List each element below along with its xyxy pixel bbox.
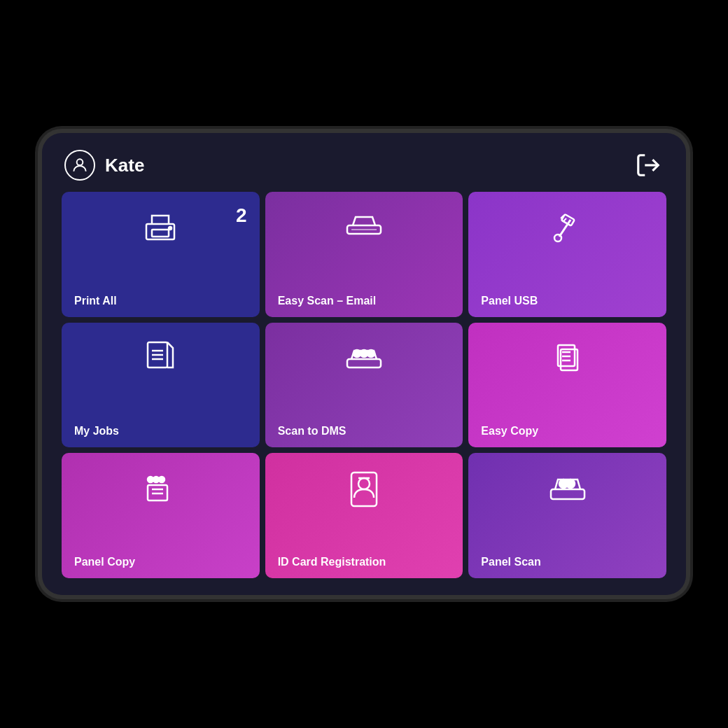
tile-id-card-registration[interactable]: ID Card Registration — [265, 453, 463, 578]
svg-point-9 — [554, 234, 561, 241]
easy-scan-label: Easy Scan – Email — [278, 295, 451, 307]
panel-usb-label: Panel USB — [481, 295, 654, 307]
printer-icon — [74, 204, 247, 249]
print-all-badge: 2 — [236, 204, 247, 227]
id-card-icon — [278, 465, 451, 510]
tile-panel-scan[interactable]: Panel Scan — [468, 453, 666, 578]
username-label: Kate — [105, 155, 144, 176]
user-avatar-icon — [64, 150, 95, 181]
svg-rect-19 — [347, 359, 381, 368]
tile-scan-to-dms[interactable]: Scan to DMS — [265, 323, 463, 448]
scanner-icon — [278, 204, 451, 249]
my-jobs-label: My Jobs — [74, 425, 247, 438]
tile-easy-scan-email[interactable]: Easy Scan – Email — [265, 192, 463, 317]
tile-easy-copy[interactable]: Easy Copy — [468, 323, 666, 448]
scan-dms-label: Scan to DMS — [278, 425, 451, 438]
panel-scan-icon — [481, 465, 654, 510]
document-icon — [74, 335, 247, 380]
svg-point-4 — [169, 227, 172, 230]
id-card-label: ID Card Registration — [278, 556, 451, 568]
tile-panel-usb[interactable]: Panel USB — [468, 192, 666, 317]
easy-copy-icon — [481, 335, 654, 380]
panel-copy-label: Panel Copy — [74, 556, 247, 568]
user-info: Kate — [64, 150, 144, 181]
svg-point-0 — [77, 159, 83, 165]
svg-line-11 — [564, 218, 566, 221]
svg-rect-3 — [152, 230, 169, 237]
svg-point-35 — [566, 479, 575, 488]
svg-rect-36 — [551, 489, 584, 499]
header: Kate — [62, 150, 666, 181]
svg-point-32 — [358, 478, 370, 489]
print-all-label: Print All — [74, 295, 247, 307]
tile-print-all[interactable]: 2 Print All — [62, 192, 260, 317]
usb-icon — [481, 204, 654, 249]
logout-button[interactable] — [633, 150, 664, 181]
tile-panel-copy[interactable]: Panel Copy — [62, 453, 260, 578]
device-frame: Kate 2 Print All — [42, 133, 686, 595]
app-grid: 2 Print All Easy Scan – Email — [62, 192, 666, 578]
tile-my-jobs[interactable]: My Jobs — [62, 323, 260, 448]
panel-scan-label: Panel Scan — [481, 556, 654, 568]
easy-copy-label: Easy Copy — [481, 425, 654, 438]
svg-point-27 — [159, 477, 164, 482]
scan-dms-icon — [278, 335, 451, 380]
panel-copy-icon — [74, 465, 247, 510]
